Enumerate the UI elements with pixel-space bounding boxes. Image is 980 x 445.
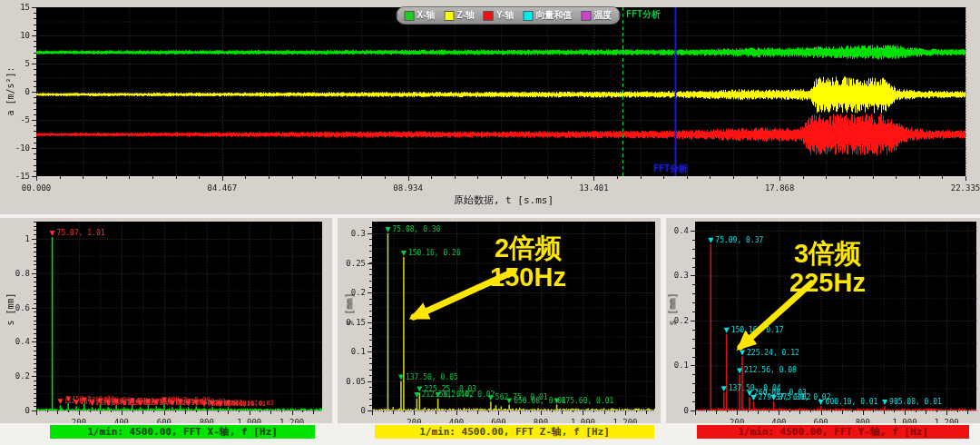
fft-y-footer: 1/min: 4500.00, FFT Y-轴, f [Hz]: [697, 425, 969, 439]
legend-swatch: [581, 11, 591, 21]
legend-label: 向量和值: [535, 9, 572, 22]
legend-label: 温度: [593, 9, 612, 22]
callout-arrow-3x: [724, 272, 824, 363]
legend-item-5[interactable]: 温度: [581, 9, 612, 22]
callout-3x-line1: 3倍频: [773, 240, 882, 269]
raw-x-axis-label: 原始数据, t [s.ms]: [386, 193, 622, 207]
legend-swatch: [445, 11, 455, 21]
fft-x-footer: 1/min: 4500.00, FFT X-轴, f [Hz]: [50, 425, 315, 439]
vibration-analysis-app: a [m/s²]: 原始数据, t [s.ms] X-轴Z-轴Y-轴向量和值温度…: [0, 0, 980, 445]
fft-x-y-axis-label: s [mm]: [5, 287, 15, 332]
fft-z-footer: 1/min: 4500.00, FFT Z-轴, f [Hz]: [375, 425, 654, 439]
legend-item-3[interactable]: Y-轴: [484, 9, 514, 22]
legend-swatch: [484, 11, 494, 21]
callout-arrow-2x: [399, 259, 526, 336]
legend-label: Z-轴: [457, 9, 475, 22]
legend-label: Y-轴: [496, 9, 514, 22]
legend-label: X-轴: [417, 9, 436, 22]
series-legend: X-轴Z-轴Y-轴向量和值温度: [397, 6, 621, 25]
raw-waveform-plot[interactable]: [0, 0, 980, 214]
legend-swatch: [523, 11, 533, 21]
raw-y-axis-label: a [m/s²]:: [5, 60, 15, 124]
legend-item-2[interactable]: Z-轴: [445, 9, 475, 22]
fft-y-y-axis-label: s [mm]: [668, 287, 678, 332]
legend-item-1[interactable]: X-轴: [405, 9, 436, 22]
legend-swatch: [405, 11, 415, 21]
fft-x-axis-plot[interactable]: [0, 218, 332, 423]
legend-item-4[interactable]: 向量和值: [523, 9, 572, 22]
fft-z-y-axis-label: s [mm]: [345, 287, 355, 332]
